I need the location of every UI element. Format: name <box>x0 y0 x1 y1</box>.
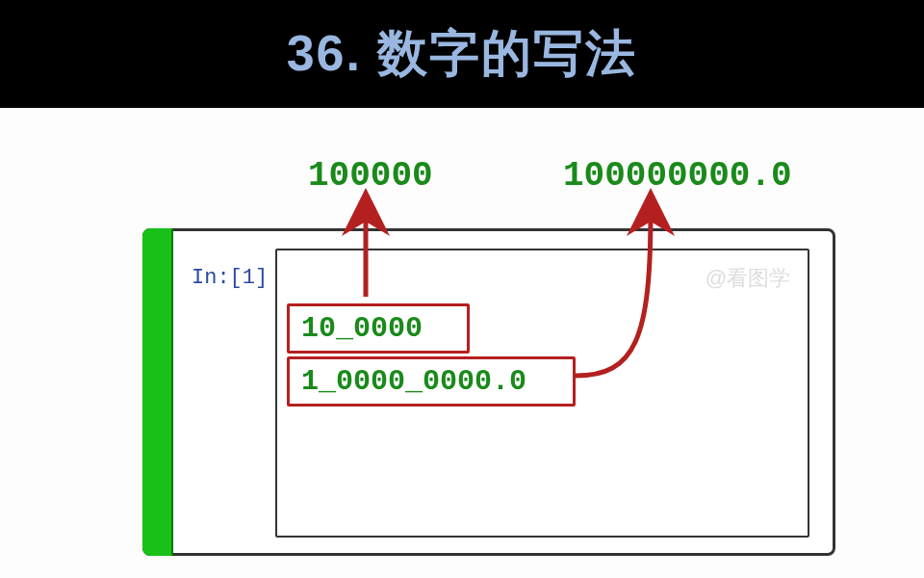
code-line-2-box: 1_0000_0000.0 <box>287 356 576 407</box>
code-line-1-box: 10_0000 <box>287 303 470 354</box>
output-value-1: 100000 <box>308 156 433 196</box>
notebook-cell: In:[1] @看图学 10_0000 1_0000_0000.0 <box>142 228 835 556</box>
in-label: In:[1] <box>192 266 268 290</box>
content: 100000 100000000.0 In:[1] @看图学 10_0000 1… <box>0 108 924 578</box>
code-line-1: 10_0000 <box>301 312 423 345</box>
output-value-2: 100000000.0 <box>563 156 792 196</box>
code-line-2: 1_0000_0000.0 <box>301 365 526 398</box>
watermark: @看图学 <box>706 264 790 293</box>
page-title: 36. 数字的写法 <box>287 20 638 88</box>
header: 36. 数字的写法 <box>0 0 924 108</box>
code-editor: @看图学 10_0000 1_0000_0000.0 <box>275 249 809 538</box>
